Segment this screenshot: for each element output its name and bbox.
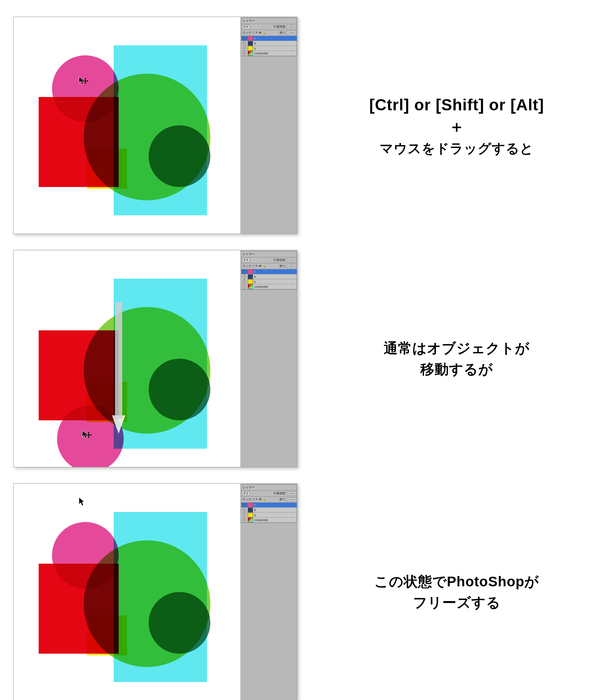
caption-line: 通常はオブジェクトが: [327, 339, 587, 358]
layer-row[interactable]: y: [241, 512, 297, 518]
shape-magenta-circle[interactable]: [52, 522, 119, 589]
blend-mode-select[interactable]: 乗算: [242, 25, 250, 29]
layer-row-selected[interactable]: r: [241, 36, 297, 41]
panel-lock-row: ロック: □ ✎ ✥ 🔒 塗り: 100%: [241, 263, 297, 269]
visibility-icon[interactable]: [242, 51, 246, 55]
move-cursor-icon: [82, 430, 93, 440]
layer-row[interactable]: composite: [241, 51, 297, 56]
fill-value[interactable]: 100%: [287, 31, 296, 35]
layer-name: b: [254, 508, 256, 512]
fill-value[interactable]: 100%: [287, 498, 296, 501]
fill-label: 塗り:: [279, 31, 286, 34]
panel-tab-layers[interactable]: レイヤー: [241, 18, 297, 24]
shape-darkgreen-circle[interactable]: [149, 592, 210, 654]
layer-name: b: [254, 42, 256, 45]
caption-line: 移動するが: [327, 360, 587, 379]
layer-name: r: [254, 503, 255, 507]
fill-value[interactable]: 100%: [287, 264, 296, 268]
shape-magenta-circle[interactable]: [52, 55, 119, 122]
layer-thumb-icon: [248, 41, 253, 46]
opacity-value[interactable]: 100%: [287, 492, 296, 495]
visibility-icon[interactable]: [242, 518, 246, 522]
screenshot-2: レイヤー 乗算 不透明度: 100% ロック: □ ✎ ✥ 🔒 塗り: 100%…: [13, 250, 300, 470]
fill-label: 塗り:: [279, 264, 286, 268]
lock-label: ロック:: [242, 264, 252, 268]
layer-name: composite: [254, 518, 268, 522]
layer-row[interactable]: b: [241, 41, 297, 46]
layer-row-selected[interactable]: r: [241, 269, 297, 274]
layers-panel[interactable]: レイヤー 乗算 不透明度: 100% ロック: □ ✎ ✥ 🔒 塗り: 100%…: [240, 250, 297, 467]
layer-row[interactable]: y: [241, 46, 297, 51]
layer-name: y: [254, 513, 256, 517]
layer-thumb-icon: [248, 518, 253, 522]
opacity-label: 不透明度:: [273, 492, 286, 495]
layer-row[interactable]: y: [241, 279, 297, 284]
panel-lock-row: ロック: □ ✎ ✥ 🔒 塗り: 100%: [241, 30, 297, 36]
layer-row-selected[interactable]: r: [241, 503, 297, 508]
caption-2: 通常はオブジェクトが 移動するが: [300, 339, 587, 381]
plus-icon: ＋: [327, 116, 587, 138]
canvas-area[interactable]: [14, 484, 240, 700]
layer-name: composite: [254, 285, 268, 288]
layer-name: y: [254, 47, 256, 50]
visibility-icon[interactable]: [242, 270, 246, 274]
panel-tab-layers[interactable]: レイヤー: [241, 485, 297, 491]
layer-thumb-icon: [248, 269, 253, 274]
opacity-value[interactable]: 100%: [287, 258, 296, 262]
visibility-icon[interactable]: [242, 503, 246, 507]
blend-mode-select[interactable]: 乗算: [242, 258, 250, 262]
canvas-area[interactable]: [14, 250, 240, 467]
caption-line: フリーズする: [327, 593, 587, 612]
blend-mode-select[interactable]: 乗算: [242, 491, 250, 496]
layer-thumb-icon: [248, 512, 253, 517]
move-cursor-icon: [79, 76, 90, 86]
caption-1: [Ctrl] or [Shift] or [Alt] ＋ マウスをドラッグすると: [300, 96, 587, 158]
layer-thumb-icon: [248, 274, 253, 279]
visibility-icon[interactable]: [242, 275, 246, 279]
shape-darkgreen-circle[interactable]: [149, 125, 210, 187]
caption-3: この状態でPhotoShopが フリーズする: [300, 572, 587, 614]
lock-label: ロック:: [242, 498, 252, 501]
visibility-icon[interactable]: [242, 508, 246, 512]
layer-thumb-icon: [248, 46, 253, 51]
layer-name: b: [254, 275, 256, 278]
lock-label: ロック:: [242, 31, 252, 34]
layer-row[interactable]: b: [241, 508, 297, 512]
screenshot-3: レイヤー 乗算 不透明度: 100% ロック: □ ✎ ✥ 🔒 塗り: 100%…: [13, 483, 300, 700]
visibility-icon[interactable]: [242, 36, 246, 40]
opacity-value[interactable]: 100%: [287, 25, 296, 29]
page: レイヤー 乗算 不透明度: 100% ロック: □ ✎ ✥ 🔒 塗り: 100%…: [0, 0, 600, 700]
row-3: レイヤー 乗算 不透明度: 100% ロック: □ ✎ ✥ 🔒 塗り: 100%…: [13, 483, 587, 700]
panel-blend-row: 乗算 不透明度: 100%: [241, 257, 297, 263]
layer-row[interactable]: composite: [241, 284, 297, 289]
visibility-icon[interactable]: [242, 285, 246, 289]
opacity-label: 不透明度:: [273, 25, 286, 28]
layer-row[interactable]: composite: [241, 518, 297, 523]
layer-thumb-icon: [248, 503, 253, 507]
caption-line: マウスをドラッグすると: [327, 139, 587, 158]
panel-blend-row: 乗算 不透明度: 100%: [241, 491, 297, 497]
layer-name: composite: [254, 52, 268, 55]
visibility-icon[interactable]: [242, 46, 246, 50]
layer-thumb-icon: [248, 508, 253, 512]
visibility-icon[interactable]: [242, 41, 246, 45]
layers-panel[interactable]: レイヤー 乗算 不透明度: 100% ロック: □ ✎ ✥ 🔒 塗り: 100%…: [240, 484, 297, 700]
row-2: レイヤー 乗算 不透明度: 100% ロック: □ ✎ ✥ 🔒 塗り: 100%…: [13, 250, 587, 470]
layer-row[interactable]: b: [241, 274, 297, 279]
screenshot-1: レイヤー 乗算 不透明度: 100% ロック: □ ✎ ✥ 🔒 塗り: 100%…: [13, 17, 300, 237]
layer-thumb-icon: [248, 284, 253, 289]
row-1: レイヤー 乗算 不透明度: 100% ロック: □ ✎ ✥ 🔒 塗り: 100%…: [13, 17, 587, 237]
caption-line: [Ctrl] or [Shift] or [Alt]: [327, 96, 587, 114]
fill-label: 塗り:: [279, 498, 286, 501]
shape-red-rect[interactable]: [39, 330, 119, 420]
visibility-icon[interactable]: [242, 280, 246, 284]
panel-blend-row: 乗算 不透明度: 100%: [241, 24, 297, 30]
layer-thumb-icon: [248, 279, 253, 284]
panel-tab-layers[interactable]: レイヤー: [241, 251, 297, 257]
caption-line: この状態でPhotoShopが: [327, 572, 587, 591]
shape-darkgreen-circle[interactable]: [149, 359, 210, 420]
visibility-icon[interactable]: [242, 513, 246, 517]
layers-panel[interactable]: レイヤー 乗算 不透明度: 100% ロック: □ ✎ ✥ 🔒 塗り: 100%…: [240, 17, 297, 234]
layer-thumb-icon: [248, 36, 253, 41]
canvas-area[interactable]: [14, 17, 240, 234]
